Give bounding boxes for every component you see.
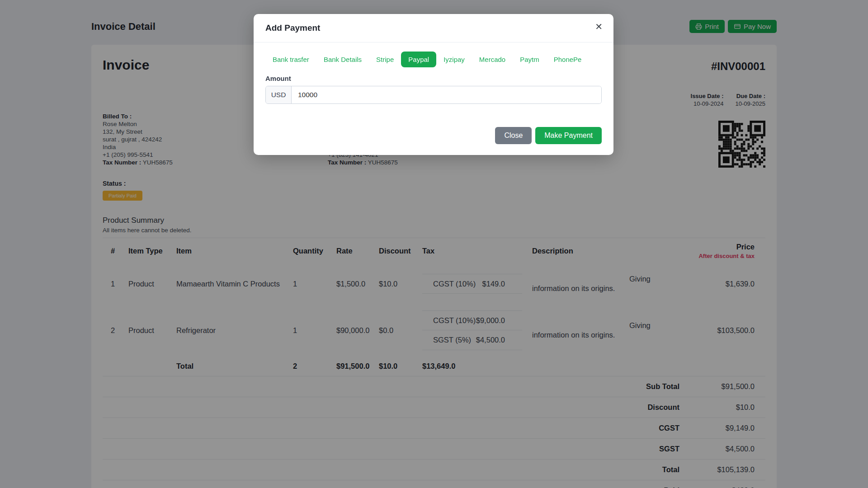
- make-payment-button[interactable]: Make Payment: [535, 127, 602, 144]
- amount-label: Amount: [265, 75, 602, 82]
- tab-paytm[interactable]: Paytm: [513, 52, 547, 67]
- close-icon[interactable]: ✕: [595, 22, 603, 31]
- modal-title: Add Payment: [265, 23, 602, 33]
- modal-header: Add Payment ✕: [254, 14, 613, 42]
- tab-paypal[interactable]: Paypal: [401, 52, 436, 67]
- tab-mercado[interactable]: Mercado: [472, 52, 513, 67]
- payment-method-tabs: Bank trasfer Bank Details Stripe Paypal …: [265, 52, 602, 67]
- modal-footer: Close Make Payment: [254, 127, 613, 155]
- add-payment-modal: Add Payment ✕ Bank trasfer Bank Details …: [254, 14, 613, 155]
- tab-bank-transfer[interactable]: Bank trasfer: [265, 52, 316, 67]
- tab-iyzipay[interactable]: Iyzipay: [436, 52, 472, 67]
- tab-phonepe[interactable]: PhonePe: [547, 52, 589, 67]
- amount-input-group: USD: [265, 86, 602, 104]
- tab-bank-details[interactable]: Bank Details: [316, 52, 369, 67]
- amount-input[interactable]: [292, 86, 601, 103]
- tab-stripe[interactable]: Stripe: [369, 52, 401, 67]
- close-button[interactable]: Close: [495, 127, 532, 144]
- currency-addon: USD: [266, 86, 292, 103]
- modal-body: Bank trasfer Bank Details Stripe Paypal …: [254, 42, 613, 127]
